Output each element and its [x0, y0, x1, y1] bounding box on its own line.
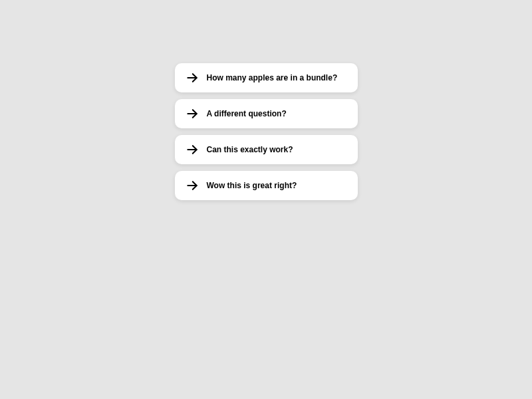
- question-text: A different question?: [207, 109, 287, 118]
- question-card[interactable]: Can this exactly work?: [175, 135, 358, 164]
- question-list: How many apples are in a bundle? A diffe…: [175, 63, 358, 399]
- arrow-right-icon: [186, 179, 199, 192]
- arrow-right-icon: [186, 71, 199, 84]
- question-text: Can this exactly work?: [207, 145, 293, 154]
- question-card[interactable]: How many apples are in a bundle?: [175, 63, 358, 92]
- question-card[interactable]: A different question?: [175, 99, 358, 128]
- question-text: How many apples are in a bundle?: [207, 73, 338, 82]
- arrow-right-icon: [186, 107, 199, 120]
- arrow-right-icon: [186, 143, 199, 156]
- question-text: Wow this is great right?: [207, 181, 297, 190]
- question-card[interactable]: Wow this is great right?: [175, 171, 358, 200]
